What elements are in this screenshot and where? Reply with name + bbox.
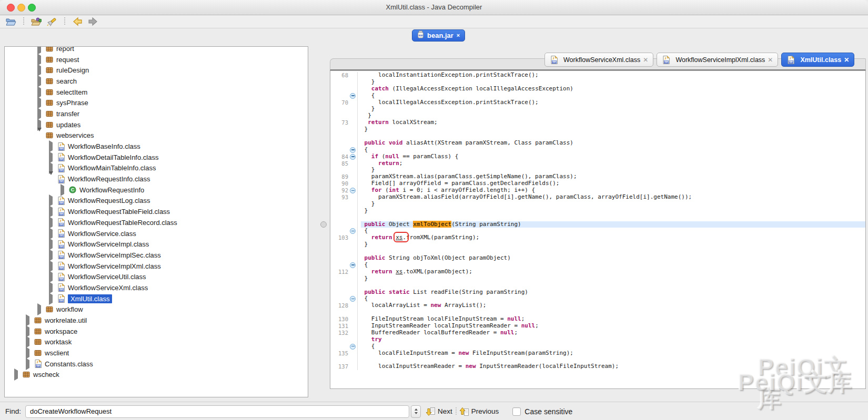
chevron-right-icon[interactable] bbox=[49, 153, 54, 161]
chevron-right-icon[interactable] bbox=[49, 219, 54, 227]
tree-item-WorkflowDetailTableInfo-class[interactable]: J010WorkflowDetailTableInfo.class bbox=[5, 152, 308, 163]
chevron-right-icon[interactable] bbox=[37, 77, 43, 85]
tree-item-WorkflowService-class[interactable]: J010WorkflowService.class bbox=[5, 228, 308, 239]
find-previous-button[interactable]: Previous bbox=[460, 407, 499, 416]
code-panel: 68localInstantiationException.printStack… bbox=[330, 70, 866, 389]
collapse-icon[interactable] bbox=[350, 262, 356, 268]
code-text bbox=[361, 214, 865, 221]
forward-icon[interactable] bbox=[87, 16, 99, 27]
line-number bbox=[330, 214, 348, 221]
close-icon[interactable]: ✕ bbox=[844, 56, 849, 64]
case-sensitive-checkbox[interactable] bbox=[512, 407, 521, 416]
collapse-icon[interactable] bbox=[350, 147, 356, 153]
tree-item-selectItem[interactable]: selectItem bbox=[5, 87, 308, 98]
tree-item-search[interactable]: search bbox=[5, 76, 308, 87]
collapse-icon[interactable] bbox=[350, 296, 356, 302]
open-file-icon[interactable] bbox=[5, 16, 17, 27]
tree-item-WorkflowServiceImplXml-class[interactable]: J010WorkflowServiceImplXml.class bbox=[5, 261, 308, 272]
tree-item-workspace[interactable]: workspace bbox=[5, 326, 308, 337]
back-icon[interactable] bbox=[72, 16, 83, 27]
tree-item-label: webservices bbox=[56, 131, 94, 139]
close-icon[interactable]: × bbox=[457, 33, 460, 38]
symbol-link[interactable]: xs bbox=[396, 268, 402, 275]
collapse-icon[interactable] bbox=[350, 93, 356, 99]
chevron-right-icon[interactable] bbox=[26, 327, 31, 335]
splitter-grip[interactable] bbox=[320, 221, 327, 228]
chevron-right-icon[interactable] bbox=[14, 371, 19, 378]
tree-item-webservices[interactable]: webservices bbox=[5, 130, 308, 141]
chevron-right-icon[interactable] bbox=[49, 142, 54, 150]
collapse-icon[interactable] bbox=[350, 228, 356, 234]
annotated-symbol-link[interactable]: xs bbox=[396, 234, 402, 241]
chevron-right-icon[interactable] bbox=[37, 99, 43, 107]
search-icon[interactable] bbox=[46, 16, 58, 27]
find-label: Find: bbox=[5, 407, 21, 415]
tree-item-WorkflowRequestTableRecord-class[interactable]: J010WorkflowRequestTableRecord.class bbox=[5, 217, 308, 228]
line-number: 85 bbox=[330, 160, 348, 167]
tree-item-WorkflowServiceUtil-class[interactable]: J010WorkflowServiceUtil.class bbox=[5, 271, 308, 282]
tree-item-wsclient[interactable]: wsclient bbox=[5, 347, 308, 358]
chevron-right-icon[interactable] bbox=[49, 295, 54, 303]
chevron-right-icon[interactable] bbox=[49, 208, 54, 216]
chevron-right-icon[interactable] bbox=[37, 110, 43, 118]
chevron-right-icon[interactable] bbox=[37, 66, 43, 74]
chevron-right-icon[interactable] bbox=[60, 186, 66, 194]
chevron-right-icon[interactable] bbox=[49, 251, 54, 259]
tree-item-report[interactable]: report bbox=[5, 46, 308, 54]
chevron-right-icon[interactable] bbox=[49, 197, 54, 204]
chevron-right-icon[interactable] bbox=[37, 305, 43, 313]
tree-item-WorkflowServiceImplSec-class[interactable]: J010WorkflowServiceImplSec.class bbox=[5, 250, 308, 261]
tree-item-worktask[interactable]: worktask bbox=[5, 337, 308, 348]
code-line: } bbox=[330, 241, 865, 248]
chevron-right-icon[interactable] bbox=[26, 349, 31, 357]
close-icon[interactable]: ✕ bbox=[643, 56, 648, 64]
tree-item-workrelate-util[interactable]: workrelate.util bbox=[5, 315, 308, 326]
editor-tab-WorkflowServiceImplXml-class[interactable]: J010WorkflowServiceImplXml.class✕ bbox=[657, 53, 778, 67]
chevron-right-icon[interactable] bbox=[49, 240, 54, 248]
tree-item-workflow[interactable]: workflow bbox=[5, 304, 308, 315]
tree-item-XmlUtil-class[interactable]: J010XmlUtil.class bbox=[5, 293, 308, 304]
find-next-button[interactable]: Next bbox=[426, 407, 452, 416]
chevron-right-icon[interactable] bbox=[37, 88, 43, 96]
collapse-icon[interactable] bbox=[350, 188, 356, 193]
editor-tab-WorkflowServiceXml-class[interactable]: J010WorkflowServiceXml.class✕ bbox=[544, 53, 653, 67]
tree-item-updates[interactable]: updates bbox=[5, 119, 308, 130]
code-fragment: paramXStream.alias(paramClass.getSimpleN… bbox=[371, 173, 577, 180]
tree-item-label: WorkflowDetailTableInfo.class bbox=[68, 153, 158, 161]
tree-item-WorkflowServiceImpl-class[interactable]: J010WorkflowServiceImpl.class bbox=[5, 239, 308, 250]
tree-item-WorkflowBaseInfo-class[interactable]: J010WorkflowBaseInfo.class bbox=[5, 141, 308, 152]
find-input[interactable] bbox=[25, 405, 409, 418]
tree-item-WorkflowRequestLog-class[interactable]: J010WorkflowRequestLog.class bbox=[5, 196, 308, 207]
chevron-down-icon[interactable] bbox=[49, 175, 54, 183]
chevron-right-icon[interactable] bbox=[37, 56, 43, 64]
tree-item-WorkflowServiceXml-class[interactable]: J010WorkflowServiceXml.class bbox=[5, 282, 308, 293]
tree-item-WorkflowRequestInfo[interactable]: CWorkflowRequestInfo bbox=[5, 185, 308, 196]
close-icon[interactable]: ✕ bbox=[768, 56, 773, 64]
chevron-right-icon[interactable] bbox=[26, 316, 31, 324]
line-number bbox=[330, 309, 348, 316]
chevron-right-icon[interactable] bbox=[37, 46, 43, 53]
tree-item-Constants-class[interactable]: J010Constants.class bbox=[5, 358, 308, 370]
tree-item-transfer[interactable]: transfer bbox=[5, 108, 308, 119]
editor-tabs: J010WorkflowServiceXml.class✕J010Workflo… bbox=[544, 53, 854, 67]
chevron-right-icon[interactable] bbox=[26, 360, 31, 368]
chevron-right-icon[interactable] bbox=[49, 273, 54, 281]
collapse-icon[interactable] bbox=[350, 154, 356, 160]
chevron-right-icon[interactable] bbox=[49, 284, 54, 292]
chevron-right-icon[interactable] bbox=[49, 230, 54, 238]
code-fragment: } bbox=[365, 241, 368, 248]
tree-item-ruleDesign[interactable]: ruleDesign bbox=[5, 65, 308, 76]
tree-item-WorkflowRequestInfo-class[interactable]: J010WorkflowRequestInfo.class bbox=[5, 173, 308, 185]
tree-item-sysPhrase[interactable]: sysPhrase bbox=[5, 97, 308, 108]
open-type-icon[interactable] bbox=[31, 16, 42, 27]
chevron-right-icon[interactable] bbox=[26, 338, 31, 346]
jar-tab-bean[interactable]: 010 bean.jar × bbox=[412, 29, 465, 42]
tree-item-wscheck[interactable]: wscheck bbox=[5, 370, 308, 381]
chevron-down-icon[interactable] bbox=[37, 131, 43, 139]
tree-item-request[interactable]: request bbox=[5, 54, 308, 65]
chevron-right-icon[interactable] bbox=[49, 262, 54, 270]
find-history-stepper[interactable] bbox=[411, 405, 421, 418]
collapse-icon[interactable] bbox=[350, 344, 356, 350]
editor-tab-XmlUtil-class[interactable]: J010XmlUtil.class✕ bbox=[781, 53, 854, 67]
tree-item-WorkflowRequestTableField-class[interactable]: J010WorkflowRequestTableField.class bbox=[5, 206, 308, 217]
